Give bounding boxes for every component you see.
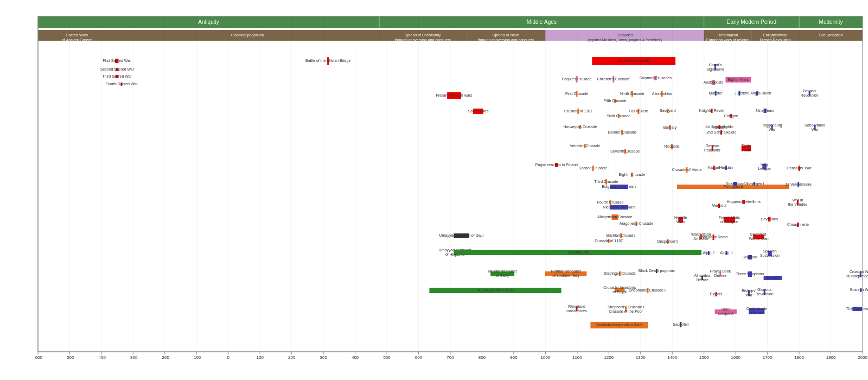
- chart-container: [0, 0, 868, 380]
